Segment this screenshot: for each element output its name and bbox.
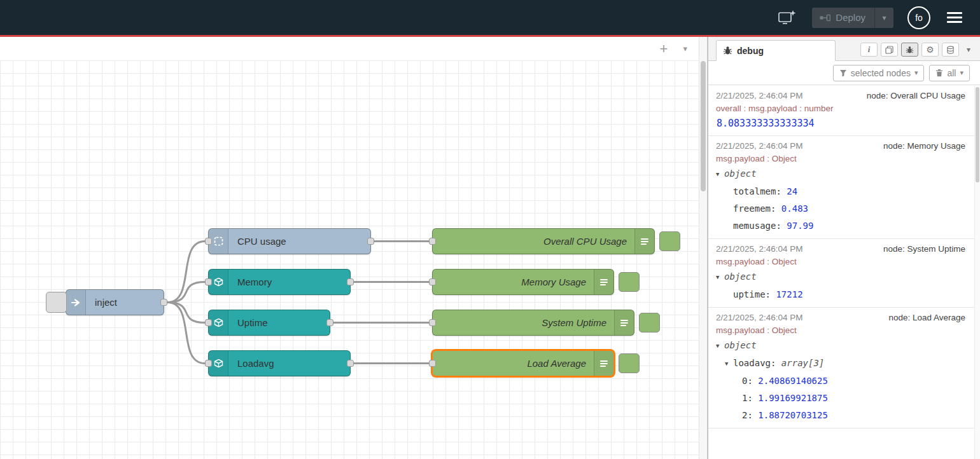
debug-enable-toggle[interactable] [659, 231, 680, 251]
node-debug-overall-cpu[interactable]: Overall CPU Usage [432, 228, 655, 254]
output-port[interactable] [367, 238, 374, 245]
debug-enable-toggle[interactable] [619, 353, 640, 373]
output-port[interactable] [326, 319, 333, 326]
debug-enable-toggle[interactable] [639, 313, 660, 332]
add-flow-button[interactable]: + [660, 42, 668, 56]
message-meta: 2/21/2025, 2:46:04 PMnode: System Uptime [716, 243, 965, 256]
property-value: 97.99 [787, 221, 813, 231]
node-label: Overall CPU Usage [433, 229, 634, 254]
docs-icon [885, 46, 893, 54]
debug-row: ▼object [716, 165, 965, 183]
chevron-down-icon: ▾ [967, 45, 970, 54]
expand-caret-icon[interactable]: ▼ [716, 166, 724, 183]
property-key: uptime: [733, 289, 776, 299]
sidebar-menu-button[interactable]: ▾ [962, 43, 975, 57]
chevron-down-icon: ▾ [960, 69, 963, 77]
property-key: 1: [742, 393, 758, 403]
property-key: 2: [742, 410, 758, 420]
deploy-icon [820, 13, 830, 22]
debug-row: memusage: 97.99 [716, 217, 965, 235]
expand-caret-icon[interactable]: ▼ [716, 269, 724, 286]
message-timestamp: 2/21/2025, 2:46:04 PM [716, 140, 803, 153]
canvas-scrollbar[interactable] [699, 37, 708, 459]
debug-console-icon [634, 229, 654, 254]
debug-console-icon [614, 310, 634, 335]
menu-button[interactable] [944, 10, 965, 25]
debug-tab-button[interactable] [901, 43, 918, 57]
node-cpu-usage[interactable]: CPU usage [208, 228, 371, 254]
inject-trigger-button[interactable] [46, 292, 67, 313]
property-key: 0: [742, 376, 758, 386]
input-port[interactable] [205, 319, 212, 326]
bug-icon [723, 46, 732, 55]
node-memory[interactable]: Memory [208, 269, 351, 295]
input-port[interactable] [205, 278, 212, 285]
bug-icon [906, 46, 914, 54]
debug-message: 2/21/2025, 2:46:04 PMnode: System Uptime… [708, 239, 974, 308]
flow-canvas[interactable]: + ▾ inject CPU usage Memory [0, 37, 699, 459]
gear-icon: ⚙ [926, 45, 934, 55]
deploy-main[interactable]: Deploy [812, 8, 874, 28]
menu-icon [947, 12, 962, 14]
node-debug-uptime[interactable]: System Uptime [432, 310, 634, 336]
debug-row: uptime: 17212 [716, 286, 965, 303]
deploy-options-caret[interactable]: ▾ [874, 8, 893, 28]
debug-console-icon [594, 270, 613, 294]
deploy-button[interactable]: Deploy ▾ [812, 8, 893, 28]
node-inject[interactable]: inject [66, 289, 164, 315]
header-bar: Deploy ▾ fo [0, 0, 980, 35]
node-uptime[interactable]: Uptime [208, 310, 330, 336]
clear-messages-button[interactable]: all ▾ [929, 65, 970, 81]
sidebar-scrollbar-thumb[interactable] [976, 87, 979, 182]
chevron-down-icon: ▾ [882, 13, 886, 22]
input-port[interactable] [429, 319, 436, 326]
help-tab-button[interactable] [881, 43, 898, 57]
debug-message-list: 2/21/2025, 2:46:04 PMnode: Overall CPU U… [708, 86, 974, 459]
value-type: array[3] [781, 358, 824, 368]
expand-caret-icon[interactable]: ▼ [716, 338, 724, 355]
output-port[interactable] [347, 360, 354, 367]
canvas-scrollbar-thumb[interactable] [701, 61, 706, 191]
output-port[interactable] [160, 299, 167, 306]
node-debug-load-average[interactable]: Load Average [432, 350, 614, 376]
message-path: overall : msg.payload : number [716, 102, 965, 114]
property-key: freemem: [733, 203, 781, 214]
node-loadavg[interactable]: Loadavg [208, 350, 351, 376]
message-node-name: node: Memory Usage [883, 140, 965, 153]
property-value: 8.083333333333334 [717, 118, 815, 129]
filter-nodes-label: selected nodes [851, 68, 911, 78]
property-value: 0.483 [781, 203, 808, 214]
property-key: loadavg: [733, 358, 781, 368]
deploy-label: Deploy [836, 12, 865, 23]
debug-row: ▼object [716, 268, 965, 286]
user-avatar[interactable]: fo [907, 6, 930, 29]
node-label: inject [86, 290, 164, 315]
info-icon: i [868, 45, 871, 55]
input-port[interactable] [429, 360, 436, 367]
output-port[interactable] [347, 278, 354, 285]
value-type: object [724, 271, 757, 282]
database-icon [946, 46, 955, 54]
expand-caret-icon[interactable]: ▼ [725, 355, 733, 373]
filter-nodes-button[interactable]: selected nodes ▾ [833, 65, 925, 81]
input-port[interactable] [429, 238, 436, 245]
message-path: msg.payload : Object [716, 324, 965, 336]
info-tab-button[interactable]: i [860, 43, 878, 57]
input-port[interactable] [429, 278, 436, 285]
sidebar-scrollbar[interactable] [974, 86, 980, 459]
value-type: object [724, 340, 757, 350]
context-tab-button[interactable] [942, 43, 959, 57]
flow-list-button[interactable]: ▾ [683, 44, 687, 53]
node-label: Load Average [433, 351, 594, 376]
message-node-name: node: Load Average [888, 312, 965, 324]
config-tab-button[interactable]: ⚙ [921, 43, 939, 57]
tab-debug[interactable]: debug [716, 40, 836, 61]
input-port[interactable] [205, 238, 212, 245]
debug-enable-toggle[interactable] [619, 272, 640, 292]
node-debug-memory[interactable]: Memory Usage [432, 269, 614, 295]
debug-message: 2/21/2025, 2:46:04 PMnode: Overall CPU U… [708, 86, 974, 136]
debug-filterbar: selected nodes ▾ all ▾ [708, 61, 980, 85]
node-red-app: Deploy ▾ fo [0, 0, 980, 459]
assistant-button[interactable] [776, 8, 798, 27]
input-port[interactable] [205, 360, 212, 367]
